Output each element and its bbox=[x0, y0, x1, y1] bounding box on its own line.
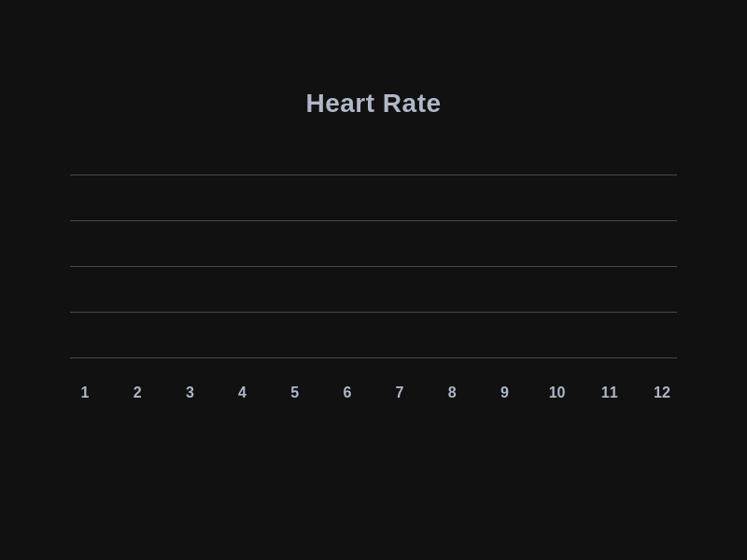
chart-title: Heart Rate bbox=[305, 89, 441, 119]
x-label-5: 5 bbox=[284, 385, 306, 401]
grid-line-3 bbox=[70, 266, 677, 267]
x-label-10: 10 bbox=[546, 385, 569, 401]
grid-line-5 bbox=[70, 357, 677, 358]
x-label-12: 12 bbox=[651, 385, 673, 401]
x-label-11: 11 bbox=[599, 385, 621, 401]
x-axis-labels: 1 2 3 4 5 6 7 8 9 10 11 12 bbox=[70, 385, 677, 401]
x-label-1: 1 bbox=[74, 385, 96, 401]
grid-lines bbox=[70, 175, 677, 358]
page-container: Heart Rate 1 2 3 4 5 6 7 8 9 10 11 12 bbox=[0, 0, 747, 560]
x-label-8: 8 bbox=[441, 385, 463, 401]
chart-area bbox=[70, 175, 677, 358]
x-label-2: 2 bbox=[126, 385, 148, 401]
x-label-4: 4 bbox=[232, 385, 254, 401]
x-label-3: 3 bbox=[178, 385, 201, 401]
x-label-6: 6 bbox=[336, 385, 359, 401]
grid-line-2 bbox=[70, 220, 677, 221]
x-label-7: 7 bbox=[388, 385, 411, 401]
grid-line-1 bbox=[70, 175, 677, 175]
x-label-9: 9 bbox=[493, 385, 515, 401]
grid-line-4 bbox=[70, 312, 677, 313]
